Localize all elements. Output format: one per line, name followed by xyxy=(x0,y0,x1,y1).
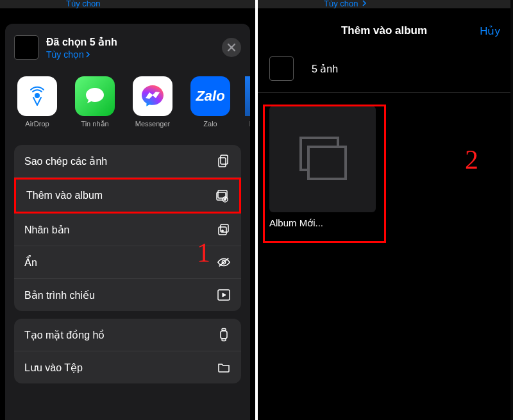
play-icon xyxy=(217,288,231,302)
zalo-icon: Zalo xyxy=(190,76,230,116)
duplicate-icon xyxy=(217,223,231,237)
facebook-icon xyxy=(245,76,250,116)
app-messages[interactable]: Tin nhắn xyxy=(72,76,118,128)
chevron-right-icon xyxy=(362,0,367,6)
share-sheet-panel: Tùy chon Đã chọn 5 ảnh Tùy chọn AirDrop xyxy=(0,0,258,420)
album-add-icon xyxy=(215,189,229,203)
action-add-to-album[interactable]: Thêm vào album xyxy=(14,178,241,214)
app-label: Zalo xyxy=(203,120,217,128)
stacked-squares-icon xyxy=(293,133,352,185)
messages-icon xyxy=(75,76,115,116)
svg-rect-12 xyxy=(222,339,226,341)
share-sheet: Đã chọn 5 ảnh Tùy chọn AirDrop xyxy=(5,24,250,420)
chevron-right-icon xyxy=(85,51,90,58)
options-link[interactable]: Tùy chọn xyxy=(46,49,222,60)
nav-title: Thêm vào album xyxy=(341,24,427,37)
svg-rect-2 xyxy=(219,158,226,167)
svg-rect-11 xyxy=(222,329,226,331)
options-peek: Tùy chon xyxy=(324,0,367,8)
action-list-2: Tạo mặt đồng hồ Lưu vào Tệp xyxy=(14,319,241,383)
close-icon xyxy=(227,43,236,52)
app-airdrop[interactable]: AirDrop xyxy=(14,76,60,128)
add-to-album-panel: Tùy chon Thêm vào album Hủy 5 ảnh Album … xyxy=(258,0,510,420)
messenger-icon xyxy=(133,76,172,116)
app-zalo[interactable]: Zalo Zalo xyxy=(187,76,233,128)
share-app-row: AirDrop Tin nhắn Messenger Zalo Zalo xyxy=(5,69,250,136)
top-strip: Tùy chon xyxy=(0,0,255,8)
action-slideshow[interactable]: Bản trình chiếu xyxy=(14,279,241,311)
svg-rect-10 xyxy=(221,331,227,339)
new-album-tile xyxy=(269,106,376,212)
app-messenger[interactable]: Messenger xyxy=(130,76,176,128)
action-save-to-files[interactable]: Lưu vào Tệp xyxy=(14,351,241,383)
close-button[interactable] xyxy=(222,38,241,57)
app-label: AirDrop xyxy=(25,120,49,128)
share-header: Đã chọn 5 ảnh Tùy chọn xyxy=(5,31,250,69)
action-label: Lưu vào Tệp xyxy=(24,362,83,374)
hide-icon xyxy=(217,255,231,269)
watch-icon xyxy=(217,328,231,342)
action-label: Bản trình chiếu xyxy=(24,289,95,301)
action-label: Tạo mặt đồng hồ xyxy=(24,329,105,341)
new-album-card[interactable]: Album Mới... xyxy=(269,106,376,229)
share-title: Đã chọn 5 ảnh xyxy=(46,36,222,48)
action-copy-photos[interactable]: Sao chép các ảnh xyxy=(14,145,241,178)
action-label: Ẩn xyxy=(24,256,37,269)
options-peek: Tùy chon xyxy=(66,0,100,8)
folder-icon xyxy=(217,360,231,374)
action-label: Thêm vào album xyxy=(26,190,103,201)
album-label: Album Mới... xyxy=(269,217,376,229)
nav-header: Thêm vào album Hủy xyxy=(258,17,510,45)
svg-point-0 xyxy=(35,94,39,97)
copy-icon xyxy=(217,154,231,168)
top-strip: Tùy chon xyxy=(258,0,510,8)
svg-rect-1 xyxy=(221,155,228,164)
options-peek-label: Tùy chon xyxy=(324,0,358,8)
annotation-marker-1: 1 xyxy=(197,237,210,268)
selected-thumbnail xyxy=(269,56,294,81)
cancel-button[interactable]: Hủy xyxy=(480,24,500,38)
action-create-watchface[interactable]: Tạo mặt đồng hồ xyxy=(14,319,241,351)
action-label: Sao chép các ảnh xyxy=(24,155,107,167)
app-label: F xyxy=(249,120,250,128)
app-facebook[interactable]: F xyxy=(245,76,250,128)
app-label: Messenger xyxy=(135,120,170,128)
svg-rect-14 xyxy=(308,147,346,179)
annotation-marker-2: 2 xyxy=(465,144,478,175)
options-label: Tùy chọn xyxy=(46,49,84,60)
selected-thumbnail xyxy=(14,35,38,60)
airdrop-icon xyxy=(17,76,57,116)
action-label: Nhân bản xyxy=(24,224,70,236)
selection-detail-row: 5 ảnh xyxy=(258,45,510,93)
selection-count: 5 ảnh xyxy=(312,63,338,75)
action-list-1: Sao chép các ảnh Thêm vào album Nhân bản… xyxy=(14,145,241,311)
app-label: Tin nhắn xyxy=(81,120,108,128)
